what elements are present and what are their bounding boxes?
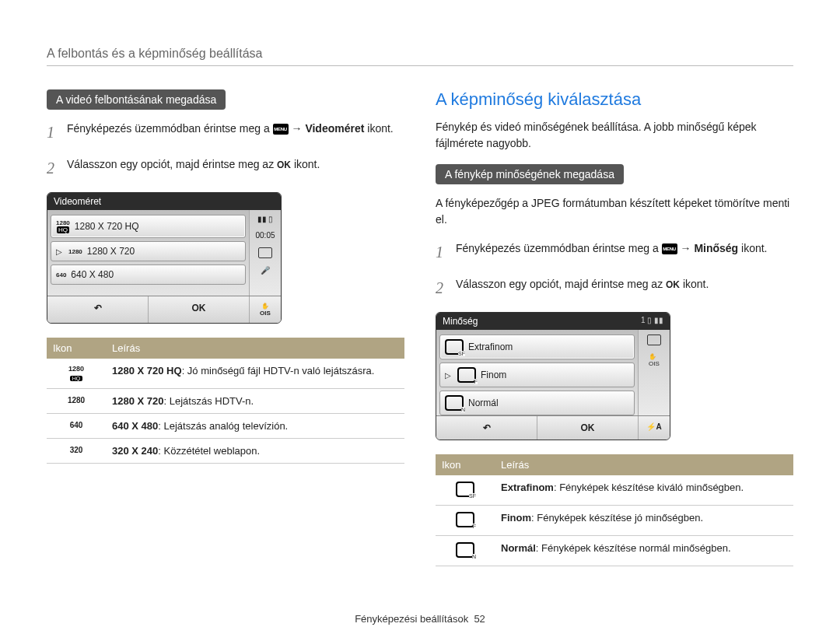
ok-icon: OK [277,158,291,172]
back-button[interactable]: ↶ [436,416,537,440]
table-row: F Finom: Fényképek készítése jó minőségb… [436,506,793,536]
back-button[interactable]: ↶ [47,296,149,323]
ok-button[interactable]: OK [149,296,250,323]
table-row: 320 320 X 240: Közzététel weblapon. [47,439,404,464]
step-bold: Minőség [694,242,738,254]
step-2: 2 Válasszon egy opciót, majd érintse meg… [47,156,404,180]
table-header-desc: Leírás [106,338,404,359]
table-row: 640 640 X 480: Lejátszás analóg televízi… [47,414,404,439]
step-text-end: ikont. [294,158,320,170]
right-column: A képminőség kiválasztása Fénykép és vid… [436,89,793,566]
card-icon [258,247,272,258]
resolution-badge: 1280 HQ [56,219,70,233]
step-number: 2 [436,276,448,299]
step-number: 1 [436,240,448,264]
table-row: SF Extrafinom: Fényképek készítése kivál… [436,475,793,506]
document-page: A felbontás és a képminőség beállítása A… [0,0,840,634]
step-text: Válasszon egy opciót, majd érintse meg a… [456,278,666,290]
step-number: 1 [47,121,59,144]
card-icon [647,335,661,345]
flash-icon: ⚡A [639,416,670,440]
lcd-option-label: 640 X 480 [71,269,114,280]
quality-icon: SF [445,339,464,355]
lcd-option[interactable]: 1280 HQ 1280 X 720 HQ [51,215,246,238]
table-row: 1280HQ 1280 X 720 HQ: Jó minőségű fájl H… [47,359,404,389]
mic-icon: 🎤 [261,266,270,275]
step-text-end: ikont. [367,122,393,135]
table-header-icon: Ikon [436,454,495,475]
breadcrumb: A felbontás és a képminőség beállítása [47,47,793,66]
time-indicator: 00:05 [255,231,275,240]
step-2: 2 Válasszon egy opciót, majd érintse meg… [436,276,793,299]
lcd-screenshot-quality: Minőség 1 ▯ ▮▮ SF Extrafinom ▷ F Finom [436,312,670,440]
section-pill-photo-quality: A fénykép minőségének megadása [436,164,624,184]
step-1: 1 Fényképezés üzemmódban érintse meg a M… [47,121,404,144]
lcd-option[interactable]: SF Extrafinom [439,335,635,359]
lcd-option[interactable]: ▷ 1280 1280 X 720 [51,241,246,261]
battery-icon: ▮▮ ▯ [257,215,274,223]
step-text: Fényképezés üzemmódban érintse meg a [67,122,273,135]
resolution-badge: 1280 [68,248,82,255]
lcd-option[interactable]: N Normál [439,391,635,415]
lcd-option-label: 1280 X 720 [87,246,135,257]
lcd-option-label: 1280 X 720 HQ [75,221,139,232]
arrow: → [291,122,305,135]
section-intro: Fénykép és videó minőségének beállítása.… [436,119,793,152]
menu-icon: MENU [662,243,677,254]
ois-icon: ✋OIS [250,296,281,323]
page-footer: Fényképezési beállítások 52 [47,613,793,625]
section-pill-video-resolution: A videó felbontásának megadása [47,89,226,110]
pointer-icon: ▷ [56,247,62,256]
lcd-title: Videoméret [47,193,281,210]
quality-icon: F [456,512,474,527]
quality-icon: F [457,367,476,383]
count-indicator: 1 [641,316,646,324]
photo-quality-table: Ikon Leírás SF Extrafinom: Fényképek kés… [436,454,793,566]
pointer-icon: ▷ [445,371,451,380]
page-number: 52 [474,613,485,625]
ois-icon: ✋OIS [649,353,660,367]
quality-icon: N [456,542,474,558]
arrow: → [680,242,694,254]
lcd-option[interactable]: 640 640 X 480 [51,264,246,285]
table-header-icon: Ikon [47,338,106,359]
left-column: A videó felbontásának megadása 1 Fénykép… [47,89,404,566]
menu-icon: MENU [273,124,289,135]
table-row: 1280 1280 X 720: Lejátszás HDTV-n. [47,389,404,414]
section-heading: A képminőség kiválasztása [436,89,793,110]
section-subtext: A fényképezőgép a JPEG formátumban készí… [436,195,793,228]
video-resolution-table: Ikon Leírás 1280HQ 1280 X 720 HQ: Jó min… [47,338,404,464]
lcd-title: Minőség [443,316,478,327]
step-number: 2 [47,156,59,180]
lcd-screenshot-videosize: Videoméret 1280 HQ 1280 X 720 HQ ▷ [47,192,282,324]
quality-icon: SF [456,482,474,497]
step-text: Válasszon egy opciót, majd érintse meg a… [67,158,277,170]
lcd-option-label: Normál [468,398,499,408]
step-bold: Videoméret [305,122,364,135]
ok-button[interactable]: OK [537,416,639,440]
step-text-end: ikont. [741,242,767,254]
table-header-desc: Leírás [495,454,793,475]
ok-icon: OK [666,278,680,292]
step-1: 1 Fényképezés üzemmódban érintse meg a M… [436,240,793,264]
table-row: N Normál: Fényképek készítése normál min… [436,536,793,566]
step-text-end: ikont. [683,278,709,290]
resolution-badge: 640 [56,271,66,278]
lcd-option-label: Extrafinom [468,342,513,352]
lcd-option[interactable]: ▷ F Finom [439,363,635,387]
step-text: Fényképezés üzemmódban érintse meg a [456,242,662,254]
quality-icon: N [445,395,464,411]
lcd-option-label: Finom [481,370,506,380]
